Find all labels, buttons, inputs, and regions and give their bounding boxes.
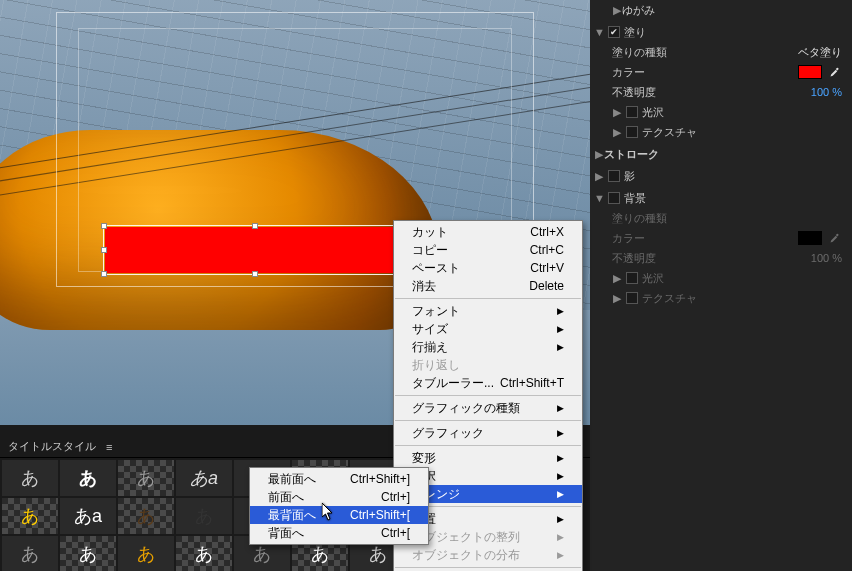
menu-item-label: サイズ <box>412 321 448 338</box>
menu-item-accelerator: Ctrl+Shift+[ <box>350 508 410 522</box>
menu-item[interactable]: サイズ▶ <box>394 320 582 338</box>
submenu-arrow-icon: ▶ <box>557 514 564 524</box>
bg-sheen-row: ▶ 光沢 <box>594 268 842 288</box>
menu-item[interactable]: タブルーラー...Ctrl+Shift+T <box>394 374 582 392</box>
bg-checkbox[interactable] <box>608 192 620 204</box>
menu-item[interactable]: グラフィックの種類▶ <box>394 399 582 417</box>
menu-item: 折り返し <box>394 356 582 374</box>
twisty-collapsed-icon[interactable]: ▶ <box>612 126 622 139</box>
bg-sheen-label: 光沢 <box>642 271 664 286</box>
menu-item-label: オブジェクトの分布 <box>412 547 520 564</box>
shadow-checkbox[interactable] <box>608 170 620 182</box>
title-style-sample-text: あ <box>21 466 39 490</box>
bg-texture-label: テクスチャ <box>642 291 697 306</box>
panel-menu-icon[interactable]: ≡ <box>106 441 112 453</box>
title-style-swatch[interactable]: あ <box>2 498 58 534</box>
menu-item[interactable]: 消去Delete <box>394 277 582 295</box>
bg-section-label: 背景 <box>624 191 646 206</box>
submenu-arrow-icon: ▶ <box>557 403 564 413</box>
twisty-expanded-icon[interactable]: ▼ <box>594 192 604 204</box>
shadow-section-header[interactable]: ▶ 影 <box>594 166 842 186</box>
title-style-swatch[interactable]: あ <box>2 460 58 496</box>
menu-item-label: 変形 <box>412 450 436 467</box>
title-style-swatch[interactable]: あ <box>176 498 232 534</box>
title-style-swatch[interactable]: あ <box>118 536 174 571</box>
menu-item[interactable]: 最前面へCtrl+Shift+] <box>250 470 428 488</box>
context-menu-arrange[interactable]: 最前面へCtrl+Shift+]前面へCtrl+]最背面へCtrl+Shift+… <box>249 467 429 545</box>
menu-item-label: タブルーラー... <box>412 375 494 392</box>
title-style-swatch[interactable]: あa <box>60 498 116 534</box>
title-style-sample-text: あ <box>79 542 97 566</box>
twisty-collapsed-icon[interactable]: ▶ <box>612 4 622 17</box>
distort-label: ゆがみ <box>622 3 655 18</box>
menu-item-label: 消去 <box>412 278 436 295</box>
title-rectangle[interactable] <box>105 227 405 273</box>
title-style-sample-text: あ <box>137 466 155 490</box>
menu-item[interactable]: グラフィック▶ <box>394 424 582 442</box>
title-style-sample-text: あ <box>253 542 271 566</box>
fill-opacity-value[interactable]: 100 % <box>811 86 842 98</box>
sheen-checkbox[interactable] <box>626 106 638 118</box>
menu-separator <box>395 445 581 446</box>
title-style-sample-text: あ <box>21 542 39 566</box>
menu-item[interactable]: 前面へCtrl+] <box>250 488 428 506</box>
fill-type-row[interactable]: 塗りの種類 ベタ塗り <box>594 42 842 62</box>
title-style-sample-text: あ <box>195 542 213 566</box>
menu-item-label: グラフィック <box>412 425 484 442</box>
menu-item-label: 行揃え <box>412 339 448 356</box>
fill-checkbox[interactable] <box>608 26 620 38</box>
menu-item[interactable]: カットCtrl+X <box>394 223 582 241</box>
bg-section-header[interactable]: ▼ 背景 <box>594 188 842 208</box>
title-style-swatch[interactable]: あ <box>60 536 116 571</box>
title-style-swatch[interactable]: あa <box>176 460 232 496</box>
menu-separator <box>395 567 581 568</box>
menu-item[interactable]: コピーCtrl+C <box>394 241 582 259</box>
submenu-arrow-icon: ▶ <box>557 324 564 334</box>
stroke-section-header[interactable]: ▶ ストローク <box>594 144 842 164</box>
menu-item: オブジェクトの分布▶ <box>394 546 582 564</box>
bg-color-row: カラー <box>594 228 842 248</box>
bg-opacity-label: 不透明度 <box>612 251 656 266</box>
title-style-sample-text: あ <box>137 542 155 566</box>
title-style-swatch[interactable]: あ <box>2 536 58 571</box>
submenu-arrow-icon: ▶ <box>557 489 564 499</box>
submenu-arrow-icon: ▶ <box>557 550 564 560</box>
twisty-collapsed-icon[interactable]: ▶ <box>612 106 622 119</box>
fill-sheen-label: 光沢 <box>642 105 664 120</box>
title-style-swatch[interactable]: あ <box>176 536 232 571</box>
fill-type-value[interactable]: ベタ塗り <box>798 45 842 60</box>
texture-checkbox[interactable] <box>626 126 638 138</box>
fill-sheen-row[interactable]: ▶ 光沢 <box>594 102 842 122</box>
fill-opacity-row[interactable]: 不透明度 100 % <box>594 82 842 102</box>
fill-section-header[interactable]: ▼ 塗り <box>594 22 842 42</box>
title-style-swatch[interactable]: あ <box>118 498 174 534</box>
menu-item[interactable]: 行揃え▶ <box>394 338 582 356</box>
bg-type-label: 塗りの種類 <box>612 211 667 226</box>
fill-color-row[interactable]: カラー <box>594 62 842 82</box>
fill-texture-row[interactable]: ▶ テクスチャ <box>594 122 842 142</box>
eyedropper-icon[interactable] <box>828 65 842 79</box>
fill-opacity-label: 不透明度 <box>612 85 656 100</box>
title-style-swatch[interactable]: あ <box>118 460 174 496</box>
submenu-arrow-icon: ▶ <box>557 342 564 352</box>
menu-item[interactable]: 背面へCtrl+[ <box>250 524 428 542</box>
menu-item[interactable]: 変形▶ <box>394 449 582 467</box>
submenu-arrow-icon: ▶ <box>557 471 564 481</box>
distort-row[interactable]: ▶ ゆがみ <box>594 0 842 20</box>
submenu-arrow-icon: ▶ <box>557 532 564 542</box>
menu-item-label: ペースト <box>412 260 460 277</box>
twisty-collapsed-icon[interactable]: ▶ <box>594 170 604 183</box>
twisty-collapsed-icon: ▶ <box>612 272 622 285</box>
title-style-swatch[interactable]: あ <box>60 460 116 496</box>
twisty-collapsed-icon[interactable]: ▶ <box>594 148 604 161</box>
menu-item-label: 前面へ <box>268 489 304 506</box>
fill-color-swatch[interactable] <box>798 65 822 79</box>
menu-item[interactable]: フォント▶ <box>394 302 582 320</box>
submenu-arrow-icon: ▶ <box>557 306 564 316</box>
menu-item[interactable]: ペーストCtrl+V <box>394 259 582 277</box>
menu-item[interactable]: 最背面へCtrl+Shift+[ <box>250 506 428 524</box>
menu-separator <box>395 298 581 299</box>
title-style-sample-text: あ <box>137 504 155 528</box>
shadow-section-label: 影 <box>624 169 635 184</box>
twisty-expanded-icon[interactable]: ▼ <box>594 26 604 38</box>
